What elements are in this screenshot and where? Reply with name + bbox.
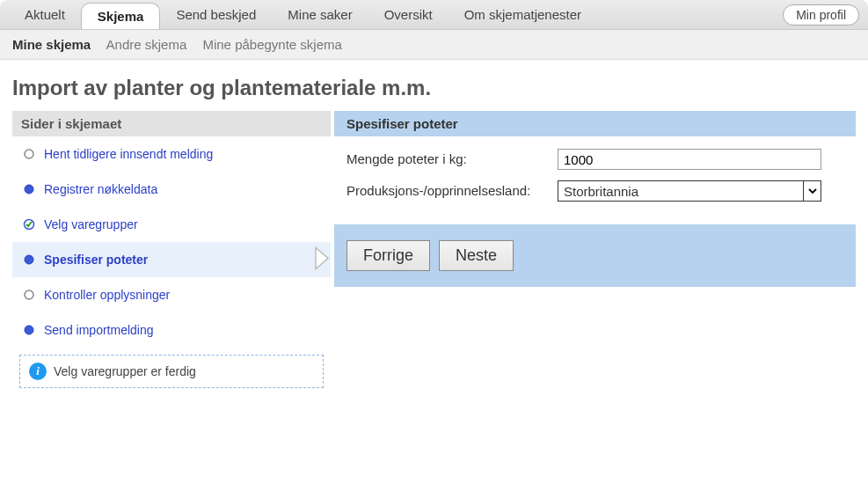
svg-point-4 <box>25 290 33 299</box>
select-country-value: Storbritannia <box>564 184 638 199</box>
step-spesifiser-poteter[interactable]: Spesifiser poteter <box>12 242 331 277</box>
select-country[interactable]: Storbritannia <box>558 180 821 202</box>
prev-button[interactable]: Forrige <box>346 240 430 271</box>
label-qty: Mengde poteter i kg: <box>346 149 558 166</box>
row-country: Produksjons-/opprinnelsesland: Storbrita… <box>346 180 843 202</box>
main-panel: Spesifiser poteter Mengde poteter i kg: … <box>334 111 856 287</box>
step-hent-tidligere[interactable]: Hent tidligere innsendt melding <box>12 136 331 172</box>
tab-skjema[interactable]: Skjema <box>81 3 161 29</box>
step-list: Hent tidligere innsendt melding Registre… <box>12 136 331 348</box>
step-link[interactable]: Kontroller opplysninger <box>44 288 170 302</box>
tab-aktuelt[interactable]: Aktuelt <box>9 2 81 27</box>
sub-tabs: Mine skjema Andre skjema Mine påbegynte … <box>0 30 868 60</box>
info-icon: i <box>29 363 47 380</box>
step-registrer-nokkeldata[interactable]: Registrer nøkkeldata <box>12 172 331 207</box>
sidebar-header: Sider i skjemaet <box>12 111 331 136</box>
tab-om-skjematjenester[interactable]: Om skjematjenester <box>449 2 597 27</box>
arrow-right-icon <box>313 246 332 275</box>
tab-mine-saker[interactable]: Mine saker <box>272 2 368 27</box>
svg-point-3 <box>25 255 33 264</box>
main-header: Spesifiser poteter <box>334 111 856 136</box>
info-message-text: Velg varegrupper er ferdig <box>54 364 196 378</box>
step-send-importmelding[interactable]: Send importmelding <box>12 312 331 348</box>
step-link[interactable]: Spesifiser poteter <box>44 253 148 267</box>
check-circle-icon <box>23 218 35 231</box>
tab-send-beskjed[interactable]: Send beskjed <box>160 2 272 27</box>
next-button[interactable]: Neste <box>439 240 514 271</box>
svg-point-5 <box>25 326 33 334</box>
tab-oversikt[interactable]: Oversikt <box>368 2 449 27</box>
step-link[interactable]: Hent tidligere innsendt melding <box>44 147 213 161</box>
step-link[interactable]: Registrer nøkkeldata <box>44 182 157 196</box>
form-area: Mengde poteter i kg: Produksjons-/opprin… <box>334 136 856 224</box>
page-title: Import av planter og plantemateriale m.m… <box>12 76 856 100</box>
circle-filled-icon <box>23 183 35 195</box>
circle-empty-icon <box>23 289 35 301</box>
min-profil-button[interactable]: Min profil <box>783 4 859 26</box>
nav-button-row: Forrige Neste <box>334 224 856 287</box>
svg-point-1 <box>25 185 33 194</box>
circle-empty-icon <box>23 148 35 160</box>
row-qty: Mengde poteter i kg: <box>346 149 843 170</box>
step-kontroller-opplysninger[interactable]: Kontroller opplysninger <box>12 277 331 312</box>
chevron-down-icon <box>803 181 821 201</box>
label-country: Produksjons-/opprinnelsesland: <box>346 180 558 198</box>
svg-point-0 <box>25 150 33 158</box>
circle-filled-icon <box>23 253 35 266</box>
step-link[interactable]: Send importmelding <box>44 323 154 337</box>
top-tabs: Aktuelt Skjema Send beskjed Mine saker O… <box>0 0 868 30</box>
step-velg-varegrupper[interactable]: Velg varegrupper <box>12 207 331 242</box>
circle-filled-icon <box>23 324 35 336</box>
input-qty[interactable] <box>558 149 821 170</box>
info-message-box: i Velg varegrupper er ferdig <box>19 355 324 388</box>
subtab-mine-skjema[interactable]: Mine skjema <box>12 37 91 52</box>
subtab-andre-skjema[interactable]: Andre skjema <box>106 37 187 52</box>
sidebar: Sider i skjemaet Hent tidligere innsendt… <box>12 111 331 395</box>
subtab-pabegynte-skjema[interactable]: Mine påbegynte skjema <box>202 37 341 52</box>
step-link[interactable]: Velg varegrupper <box>44 217 138 231</box>
